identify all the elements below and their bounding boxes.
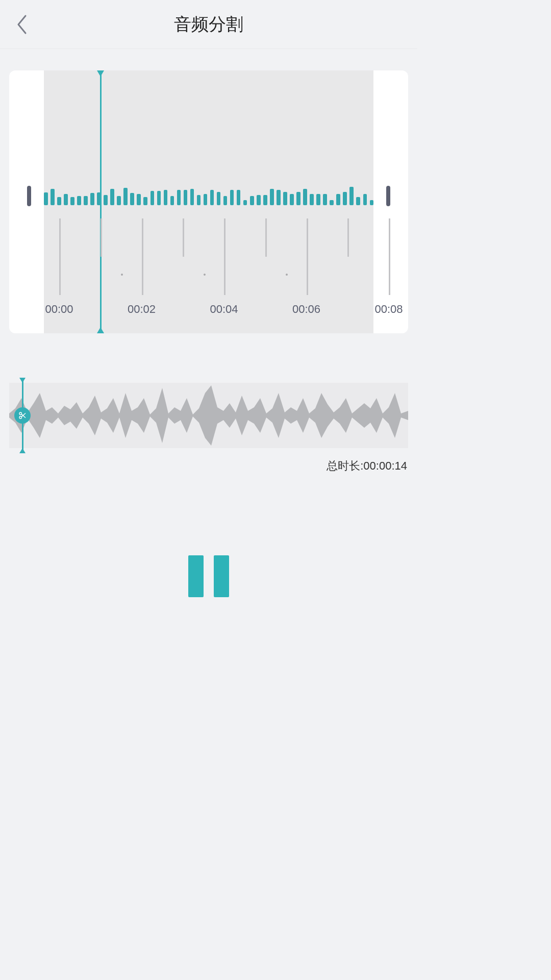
wave-bar <box>190 189 194 205</box>
duration-value: 00:00:14 <box>363 459 407 472</box>
ruler-tick-major <box>59 218 61 295</box>
wave-bar <box>84 196 88 205</box>
wave-bar <box>270 189 274 205</box>
wave-bar <box>64 194 68 205</box>
time-ruler <box>44 218 373 303</box>
wave-bar <box>223 196 228 205</box>
editor-track-area[interactable]: 00:0000:0200:0400:0600:08 <box>44 70 373 333</box>
back-icon[interactable] <box>15 14 28 35</box>
wave-bar <box>123 188 128 205</box>
wave-bar <box>296 192 300 205</box>
wave-bar <box>217 192 221 205</box>
ruler-tick-major <box>307 218 308 295</box>
pause-icon-bar <box>214 555 229 597</box>
ruler-tick-dot <box>286 274 288 276</box>
wave-bar <box>204 194 208 205</box>
ruler-tick-major <box>224 218 226 295</box>
wave-bar <box>90 193 94 205</box>
wave-bar <box>237 190 241 205</box>
wave-bar <box>363 194 367 205</box>
wave-bar <box>277 190 281 205</box>
waveform-overview[interactable] <box>9 383 408 448</box>
wave-bar <box>316 194 320 205</box>
trim-handle-start[interactable] <box>27 186 31 206</box>
ruler-tick-major <box>142 218 143 295</box>
wave-bar <box>210 190 214 205</box>
wave-bar <box>164 190 168 205</box>
audio-editor-panel: 00:0000:0200:0400:0600:08 <box>9 70 408 333</box>
wave-bar <box>170 196 174 205</box>
ruler-tick-minor <box>183 218 184 257</box>
wave-bar <box>44 192 48 205</box>
ruler-tick-minor <box>265 218 267 257</box>
wave-bar <box>370 200 374 205</box>
wave-bar <box>330 200 334 205</box>
wave-bar <box>263 195 267 205</box>
time-label: 00:00 <box>45 303 73 316</box>
app-header: 音频分割 <box>0 0 417 49</box>
wave-bar <box>51 189 55 205</box>
time-labels-row: 00:0000:0200:0400:0600:08 <box>44 303 373 318</box>
duration-prefix: 总时长: <box>327 459 363 472</box>
wave-bar <box>70 197 74 205</box>
wave-bar <box>104 195 108 205</box>
split-marker-handle[interactable] <box>14 407 31 424</box>
wave-bar <box>184 190 188 205</box>
total-duration-label: 总时长:00:00:14 <box>327 458 407 474</box>
time-label: 00:02 <box>128 303 156 316</box>
ruler-tick-major <box>389 218 390 295</box>
scissors-icon <box>18 411 27 420</box>
wave-bar <box>197 195 201 205</box>
wave-bar <box>57 197 61 205</box>
wave-bar <box>257 195 261 205</box>
wave-bar <box>343 192 347 205</box>
wave-bar <box>143 197 147 205</box>
ruler-tick-minor <box>101 218 102 257</box>
ruler-tick-minor <box>347 218 349 257</box>
wave-bar <box>283 192 287 205</box>
wave-bar <box>310 194 314 205</box>
wave-bar <box>290 194 294 205</box>
wave-bar <box>243 200 247 205</box>
time-label: 00:06 <box>292 303 320 316</box>
wave-bar <box>151 191 155 205</box>
wave-bar <box>349 187 354 205</box>
wave-bar <box>177 190 181 205</box>
overview-waveform-svg <box>9 383 408 448</box>
wave-bar <box>336 194 340 205</box>
wave-bar <box>130 193 134 205</box>
wave-bar <box>230 190 234 205</box>
waveform-detail <box>44 187 373 205</box>
time-label: 00:08 <box>374 303 403 316</box>
wave-bar <box>356 197 360 205</box>
ruler-tick-dot <box>204 274 206 276</box>
wave-bar <box>323 194 327 205</box>
wave-bar <box>77 196 81 205</box>
wave-bar <box>303 189 307 205</box>
page-title: 音频分割 <box>0 13 417 36</box>
time-label: 00:04 <box>210 303 238 316</box>
wave-bar <box>110 189 114 205</box>
wave-bar <box>117 196 121 205</box>
wave-bar <box>137 194 141 205</box>
ruler-tick-dot <box>121 274 123 276</box>
pause-button[interactable] <box>188 555 229 597</box>
wave-bar <box>250 196 254 205</box>
trim-handle-end[interactable] <box>386 186 390 206</box>
pause-icon-bar <box>188 555 204 597</box>
wave-bar <box>157 191 161 205</box>
